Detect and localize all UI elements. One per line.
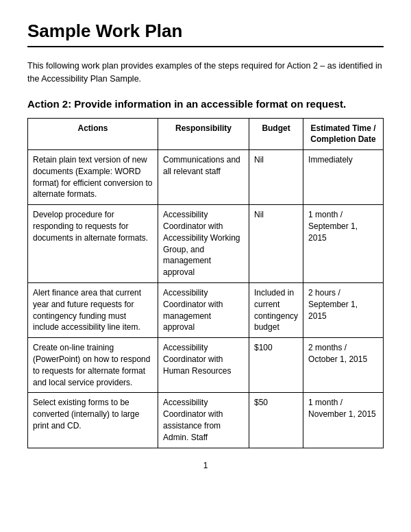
cell-budget-1: Nil: [249, 205, 303, 283]
cell-budget-4: $50: [249, 393, 303, 448]
cell-action-2: Alert finance area that current year and…: [28, 283, 158, 338]
cell-action-4: Select existing forms to be converted (i…: [28, 393, 158, 448]
cell-responsibility-2: Accessibility Coordinator with managemen…: [158, 283, 249, 338]
action-heading: Action 2: Provide information in an acce…: [27, 98, 384, 110]
cell-date-2: 2 hours / September 1, 2015: [303, 283, 384, 338]
table-row: Develop procedure for responding to requ…: [28, 205, 384, 283]
cell-responsibility-4: Accessibility Coordinator with assistanc…: [158, 393, 249, 448]
page-footer: 1: [27, 461, 384, 470]
work-plan-table: Actions Responsibility Budget Estimated …: [27, 118, 384, 448]
col-header-date: Estimated Time / Completion Date: [303, 118, 384, 150]
table-row: Select existing forms to be converted (i…: [28, 393, 384, 448]
table-row: Retain plain text version of new documen…: [28, 150, 384, 205]
cell-budget-3: $100: [249, 338, 303, 393]
page-number: 1: [203, 461, 208, 470]
table-row: Alert finance area that current year and…: [28, 283, 384, 338]
page-title: Sample Work Plan: [27, 21, 384, 42]
cell-action-0: Retain plain text version of new documen…: [28, 150, 158, 205]
cell-action-3: Create on-line training (PowerPoint) on …: [28, 338, 158, 393]
cell-budget-2: Included in current contingency budget: [249, 283, 303, 338]
cell-date-4: 1 month / November 1, 2015: [303, 393, 384, 448]
cell-date-1: 1 month / September 1, 2015: [303, 205, 384, 283]
cell-date-3: 2 months / October 1, 2015: [303, 338, 384, 393]
cell-date-0: Immediately: [303, 150, 384, 205]
intro-text: This following work plan provides exampl…: [27, 60, 384, 86]
cell-responsibility-0: Communications and all relevant staff: [158, 150, 249, 205]
cell-responsibility-3: Accessibility Coordinator with Human Res…: [158, 338, 249, 393]
col-header-responsibility: Responsibility: [158, 118, 249, 150]
cell-action-1: Develop procedure for responding to requ…: [28, 205, 158, 283]
col-header-actions: Actions: [28, 118, 158, 150]
col-header-budget: Budget: [249, 118, 303, 150]
cell-budget-0: Nil: [249, 150, 303, 205]
title-divider: [27, 46, 384, 47]
cell-responsibility-1: Accessibility Coordinator with Accessibi…: [158, 205, 249, 283]
table-row: Create on-line training (PowerPoint) on …: [28, 338, 384, 393]
table-header-row: Actions Responsibility Budget Estimated …: [28, 118, 384, 150]
